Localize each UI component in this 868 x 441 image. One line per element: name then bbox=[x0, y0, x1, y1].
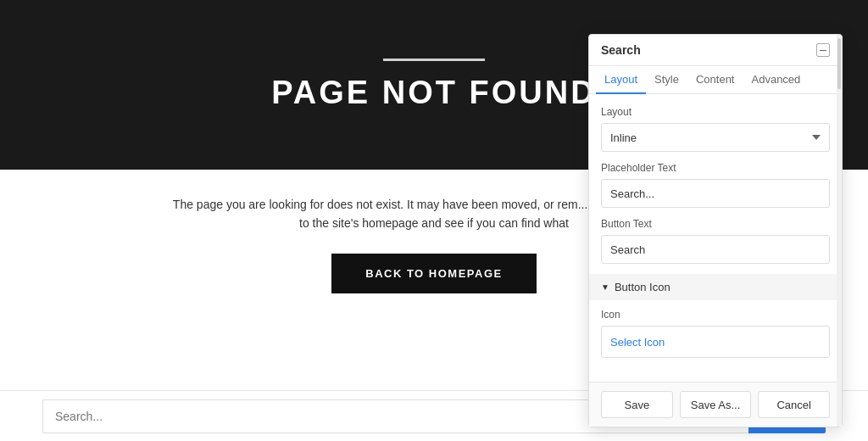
select-icon-link[interactable]: Select Icon bbox=[610, 336, 665, 349]
icon-select-box[interactable]: Select Icon bbox=[601, 326, 830, 358]
search-settings-panel: Search Layout Style Content Advanced Lay… bbox=[588, 34, 843, 427]
button-text-input[interactable] bbox=[601, 235, 830, 264]
panel-minimize-button[interactable] bbox=[816, 43, 830, 57]
page-background: PAGE NOT FOUND The page you are looking … bbox=[0, 0, 868, 441]
chevron-down-icon: ▼ bbox=[601, 282, 609, 292]
hero-divider bbox=[383, 59, 485, 61]
panel-header: Search bbox=[589, 35, 842, 66]
tab-content[interactable]: Content bbox=[687, 66, 743, 94]
save-as-button[interactable]: Save As... bbox=[680, 391, 752, 418]
placeholder-text-label: Placeholder Text bbox=[601, 162, 830, 174]
save-button[interactable]: Save bbox=[601, 391, 673, 418]
layout-field-label: Layout bbox=[601, 106, 830, 118]
layout-select[interactable]: Inline Block bbox=[601, 123, 830, 152]
back-to-homepage-button[interactable]: BACK TO HOMEPAGE bbox=[331, 254, 536, 293]
tab-advanced[interactable]: Advanced bbox=[743, 66, 810, 94]
page-not-found-title: PAGE NOT FOUND bbox=[271, 75, 596, 111]
tab-style[interactable]: Style bbox=[646, 66, 687, 94]
panel-scrollbar[interactable] bbox=[837, 35, 842, 427]
placeholder-text-input[interactable] bbox=[601, 179, 830, 208]
tab-layout[interactable]: Layout bbox=[596, 66, 646, 94]
scrollbar-thumb bbox=[837, 38, 841, 89]
button-icon-section-label: Button Icon bbox=[615, 281, 670, 293]
button-text-label: Button Text bbox=[601, 218, 830, 230]
button-icon-section: ▼ Button Icon Icon Select Icon bbox=[601, 274, 830, 358]
button-icon-toggle[interactable]: ▼ Button Icon bbox=[589, 274, 842, 300]
cancel-button[interactable]: Cancel bbox=[758, 391, 830, 418]
panel-tabs: Layout Style Content Advanced bbox=[589, 66, 842, 94]
panel-body: Layout Inline Block Placeholder Text But… bbox=[589, 94, 842, 382]
panel-footer: Save Save As... Cancel bbox=[589, 382, 842, 427]
panel-title: Search bbox=[601, 43, 641, 57]
icon-field-label: Icon bbox=[601, 309, 830, 321]
